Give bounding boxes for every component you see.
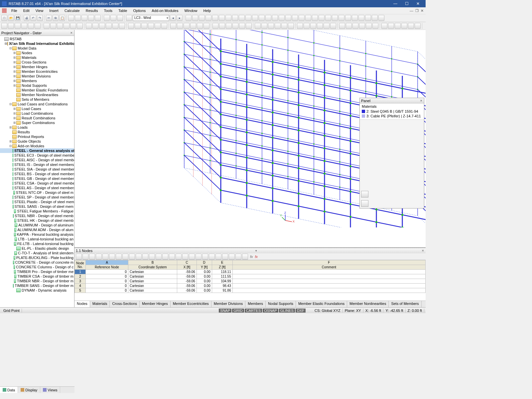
ttb-15[interactable] bbox=[176, 254, 182, 260]
ttb-24[interactable] bbox=[235, 254, 241, 260]
ttb-21[interactable] bbox=[215, 254, 221, 260]
tb2-48[interactable] bbox=[339, 23, 345, 29]
table-close-icon[interactable]: ✕ bbox=[422, 249, 424, 252]
tree-item[interactable]: STEEL SIA - Design of steel members bbox=[0, 167, 74, 172]
tb2-18[interactable] bbox=[128, 23, 134, 29]
col-F[interactable]: F bbox=[232, 260, 425, 265]
tree-item[interactable]: ⊞Nodal Supports bbox=[0, 83, 74, 88]
tb-a[interactable] bbox=[68, 15, 74, 21]
tb2-7[interactable] bbox=[50, 23, 56, 29]
panel-close-icon[interactable]: ✕ bbox=[420, 99, 423, 102]
doc-restore-button[interactable]: ❐ bbox=[415, 9, 419, 13]
tree-item[interactable]: STEEL Plastic - Design of steel mem bbox=[0, 200, 74, 204]
tb1-16[interactable] bbox=[292, 15, 298, 21]
tree-item[interactable]: STEEL HK - Design of steel memb bbox=[0, 218, 74, 223]
tree-item[interactable]: RSTAB bbox=[0, 37, 74, 41]
menu-insert[interactable]: Insert bbox=[47, 8, 61, 13]
hdr-ref[interactable]: Reference Node bbox=[85, 265, 128, 270]
tb1-19[interactable] bbox=[312, 15, 318, 21]
tb1-25[interactable] bbox=[352, 15, 358, 21]
tree-item[interactable]: ⊞Materials bbox=[0, 55, 74, 60]
table-tab[interactable]: Member Eccentricities bbox=[171, 301, 211, 307]
tb-e[interactable] bbox=[95, 15, 101, 21]
new-icon[interactable]: □ bbox=[1, 15, 7, 21]
ttb-0[interactable] bbox=[76, 254, 82, 260]
tb1-8[interactable] bbox=[239, 15, 245, 21]
tb2-17[interactable] bbox=[119, 23, 125, 29]
tb2-25[interactable] bbox=[177, 23, 183, 29]
ttb-22[interactable] bbox=[222, 254, 228, 260]
tree-item[interactable]: CONCRETE - Design of concrete m bbox=[0, 260, 74, 265]
tb2-9[interactable] bbox=[64, 23, 69, 29]
tb2-29[interactable] bbox=[203, 23, 209, 29]
table-tab[interactable]: Member Divisions bbox=[211, 301, 245, 307]
tb2-36[interactable] bbox=[255, 23, 261, 29]
tb2-23[interactable] bbox=[161, 23, 167, 29]
menu-addon[interactable]: Add-on Modules bbox=[149, 8, 181, 13]
tb2-39[interactable] bbox=[275, 23, 281, 29]
tb2-44[interactable] bbox=[310, 23, 316, 29]
ttb-16[interactable] bbox=[182, 254, 188, 260]
tb1-10[interactable] bbox=[252, 15, 258, 21]
tb2-53[interactable] bbox=[372, 23, 378, 29]
panel-btn-2[interactable] bbox=[361, 200, 368, 207]
tb2-0[interactable] bbox=[1, 23, 7, 29]
tb2-15[interactable] bbox=[106, 23, 112, 29]
tb1-18[interactable] bbox=[305, 15, 311, 21]
ttb-25[interactable] bbox=[242, 254, 248, 260]
tb2-10[interactable] bbox=[70, 23, 76, 29]
tb2-41[interactable] bbox=[288, 23, 294, 29]
tree-item[interactable]: TIMBER NBR - Design of timber m bbox=[0, 279, 74, 283]
tree-item[interactable]: TIMBER SANS - Design of timber m bbox=[0, 283, 74, 288]
tree-item[interactable]: ⊞Super Combinations bbox=[0, 120, 74, 125]
tb1-12[interactable] bbox=[265, 15, 271, 21]
table-row[interactable]: 40Cartesian-59.060.0098.43 bbox=[75, 284, 426, 288]
tree-item[interactable]: ⊞Loads bbox=[0, 125, 74, 130]
tb1-23[interactable] bbox=[338, 15, 344, 21]
tree-item[interactable]: ⊟Load Cases and Combinations bbox=[0, 102, 74, 106]
tree-item[interactable]: Member Elastic Foundations bbox=[0, 88, 74, 92]
ttb-20[interactable] bbox=[209, 254, 215, 260]
tree-item[interactable]: ⊞Result Combinations bbox=[0, 116, 74, 120]
ttb-1[interactable] bbox=[82, 254, 88, 260]
doc-close-button[interactable]: ✕ bbox=[421, 9, 424, 13]
tree-item[interactable]: EL-PL - Elastic-plastic design bbox=[0, 246, 74, 251]
hdr-comment[interactable]: Comment bbox=[232, 265, 425, 270]
tb1-1[interactable] bbox=[192, 15, 198, 21]
tree-item[interactable]: KAPPA - Flexural buckling analysis bbox=[0, 232, 74, 237]
tb1-4[interactable] bbox=[212, 15, 218, 21]
snap-toggle[interactable]: SNAP bbox=[219, 309, 231, 313]
tb1-20[interactable] bbox=[319, 15, 325, 21]
hdr-y[interactable]: Y [ft] bbox=[197, 265, 212, 270]
tree-item[interactable]: FE-LTB - Lateral-torsional buckling bbox=[0, 241, 74, 246]
tb2-19[interactable] bbox=[135, 23, 141, 29]
tree-item[interactable]: LTB - Lateral-torsional buckling an bbox=[0, 237, 74, 241]
tree-item[interactable]: Printout Reports bbox=[0, 134, 74, 139]
ttb-18[interactable] bbox=[196, 254, 201, 260]
tree-item[interactable]: STEEL CSA - Design of steel members bbox=[0, 181, 74, 186]
menu-file[interactable]: File bbox=[9, 8, 20, 13]
tree-item[interactable]: ⊞Member Eccentricities bbox=[0, 69, 74, 74]
tb2-35[interactable] bbox=[246, 23, 252, 29]
menu-help[interactable]: Help bbox=[201, 8, 214, 13]
navigator-close-icon[interactable]: ✕ bbox=[70, 31, 73, 35]
tb-g[interactable] bbox=[110, 15, 116, 21]
tree-item[interactable]: ⊞Members bbox=[0, 78, 74, 83]
ttb-8[interactable] bbox=[129, 254, 135, 260]
model-viewport[interactable]: Panel✕ Materials 2: Steel Q345 B | GB/T … bbox=[74, 30, 426, 247]
ttb-2[interactable] bbox=[89, 254, 95, 260]
tb2-21[interactable] bbox=[148, 23, 154, 29]
tb-f[interactable] bbox=[104, 15, 110, 21]
print-icon[interactable]: 🖨 bbox=[24, 15, 30, 21]
table-tab[interactable]: Member Elastic Foundations bbox=[296, 301, 347, 307]
tb2-47[interactable] bbox=[330, 23, 336, 29]
ttb-3[interactable] bbox=[96, 254, 102, 260]
tb2-32[interactable] bbox=[226, 23, 232, 29]
tb-c[interactable] bbox=[81, 15, 87, 21]
tree-item[interactable]: DYNAM - Dynamic analysis bbox=[0, 288, 74, 293]
tb2-3[interactable] bbox=[21, 23, 27, 29]
table-row[interactable]: 30Cartesian-59.060.00104.99 bbox=[75, 279, 426, 284]
tree-item[interactable]: Results bbox=[0, 130, 74, 134]
tb1-17[interactable] bbox=[299, 15, 305, 21]
tb2-30[interactable] bbox=[212, 23, 218, 29]
